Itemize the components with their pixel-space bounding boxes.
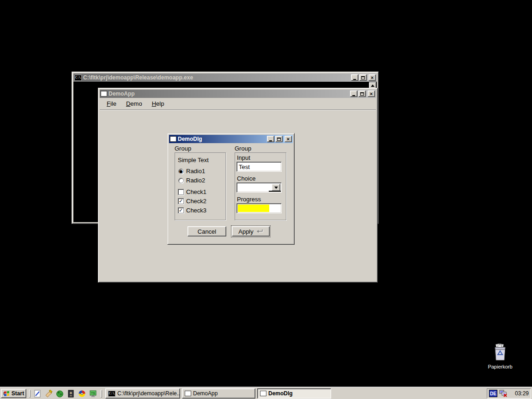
window-icon [170, 136, 176, 142]
return-arrow-icon [256, 229, 263, 234]
choice-label: Choice [237, 175, 255, 182]
minimize-icon [269, 140, 272, 141]
close-icon: × [371, 75, 374, 80]
taskbar-button-label: DemoDlg [268, 390, 293, 397]
radio-icon: ● [178, 169, 184, 174]
dropdown-button[interactable] [272, 184, 280, 191]
quicklaunch-ts-monitor-icon[interactable]: TS [89, 389, 97, 398]
quicklaunch-colorful-swirl-icon[interactable] [78, 389, 86, 398]
progress-bar [236, 203, 282, 213]
checkbox-check1[interactable]: Check1 [178, 188, 206, 195]
taskbar: Start TS C:\ C:\fltk\prj\demoapp\Rele...… [0, 387, 532, 399]
quicklaunch-green-creature-icon[interactable] [55, 389, 64, 398]
close-icon: × [287, 137, 290, 142]
taskbar-button-demoapp[interactable]: DemoApp [182, 388, 255, 399]
radio2-label: Radio2 [186, 177, 205, 184]
quicklaunch-hand-pen-icon[interactable] [44, 389, 53, 398]
input-field[interactable] [236, 162, 282, 172]
keyboard-layout-indicator[interactable]: DE [489, 390, 497, 397]
demodlg-titlebar[interactable]: DemoDlg × [169, 135, 293, 143]
checkbox-icon: ✓ [178, 198, 184, 204]
menu-help[interactable]: Help [151, 100, 165, 108]
maximize-icon [361, 76, 365, 79]
close-button[interactable]: × [284, 136, 292, 142]
simple-text-label: Simple Text [178, 157, 209, 163]
recycle-bin-label: Papierkorb [484, 364, 516, 369]
quicklaunch-notepad-icon[interactable] [33, 389, 42, 398]
maximize-button[interactable] [359, 74, 367, 81]
check2-label: Check2 [186, 198, 206, 205]
minimize-button[interactable] [267, 136, 274, 142]
demoapp-title: DemoApp [109, 91, 135, 97]
svg-text:TS: TS [91, 392, 95, 395]
left-group-label: Group [175, 145, 191, 152]
recycle-bin-icon [492, 344, 508, 361]
console-title: C:\fltk\prj\demoapp\Release\demoapp.exe [83, 74, 193, 81]
choice-dropdown[interactable] [236, 182, 282, 193]
radio-radio2[interactable]: Radio2 [178, 177, 205, 184]
recycle-bin-desktop-icon[interactable]: Papierkorb [484, 344, 516, 369]
taskbar-button-label: C:\fltk\prj\demoapp\Rele... [117, 390, 180, 397]
demoapp-titlebar[interactable]: DemoApp × [100, 90, 376, 98]
scroll-up-icon [371, 85, 375, 87]
close-button[interactable]: × [368, 91, 375, 97]
radio1-label: Radio1 [186, 168, 205, 175]
apply-button[interactable]: Apply [232, 226, 270, 236]
chevron-down-icon [274, 187, 278, 189]
input-label: Input [237, 154, 250, 161]
close-icon: × [370, 91, 373, 97]
taskbar-button-console[interactable]: C:\ C:\fltk\prj\demoapp\Rele... [105, 388, 180, 399]
menu-file[interactable]: File [106, 100, 117, 108]
progress-label: Progress [237, 196, 261, 203]
dropdown-shadow [269, 191, 281, 192]
quicklaunch-portrait-icon[interactable] [66, 389, 75, 398]
check1-label: Check1 [186, 188, 206, 195]
apply-button-focus: Apply [231, 225, 271, 237]
console-titlebar[interactable]: C:\ C:\fltk\prj\demoapp\Release\demoapp.… [73, 73, 377, 82]
minimize-button[interactable] [350, 91, 357, 97]
demodlg-dialog: DemoDlg × Group Simple Text ● Radio1 Rad… [167, 133, 295, 245]
checkbox-icon: ✓ [178, 207, 184, 213]
msdos-icon: C:\ [74, 75, 82, 81]
taskbar-button-demodlg[interactable]: DemoDlg [257, 388, 331, 399]
radio-radio1[interactable]: ● Radio1 [178, 168, 205, 175]
start-label: Start [12, 390, 24, 397]
minimize-icon [353, 79, 356, 80]
msdos-icon: C:\ [108, 391, 115, 397]
window-icon [101, 91, 107, 97]
window-icon [185, 391, 191, 396]
start-button[interactable]: Start [1, 389, 26, 398]
checkbox-check2[interactable]: ✓ Check2 [178, 198, 206, 205]
windows-logo-icon [3, 391, 10, 397]
system-tray: DE 03:29 [487, 388, 531, 399]
minimize-icon [352, 95, 355, 96]
menubar: File Demo Help [100, 98, 376, 110]
clock: 03:29 [515, 390, 529, 397]
minimize-button[interactable] [351, 74, 358, 81]
check3-label: Check3 [186, 207, 206, 214]
right-group-label: Group [235, 145, 251, 152]
checkbox-check3[interactable]: ✓ Check3 [178, 207, 206, 214]
close-button[interactable]: × [369, 74, 376, 81]
radio-icon [178, 178, 184, 183]
maximize-button[interactable] [275, 136, 283, 142]
window-icon [260, 391, 266, 396]
maximize-icon [360, 92, 364, 96]
toolbar-grip[interactable] [29, 390, 30, 398]
demodlg-title: DemoDlg [178, 136, 202, 142]
menu-demo[interactable]: Demo [125, 100, 143, 108]
network-disconnected-icon[interactable] [499, 390, 508, 397]
taskbar-button-label: DemoApp [193, 390, 218, 397]
maximize-icon [277, 138, 281, 141]
checkbox-icon [178, 189, 184, 195]
cancel-button[interactable]: Cancel [187, 226, 226, 236]
maximize-button[interactable] [358, 91, 366, 97]
toolbar-grip[interactable] [101, 390, 102, 398]
progress-fill [238, 205, 269, 212]
